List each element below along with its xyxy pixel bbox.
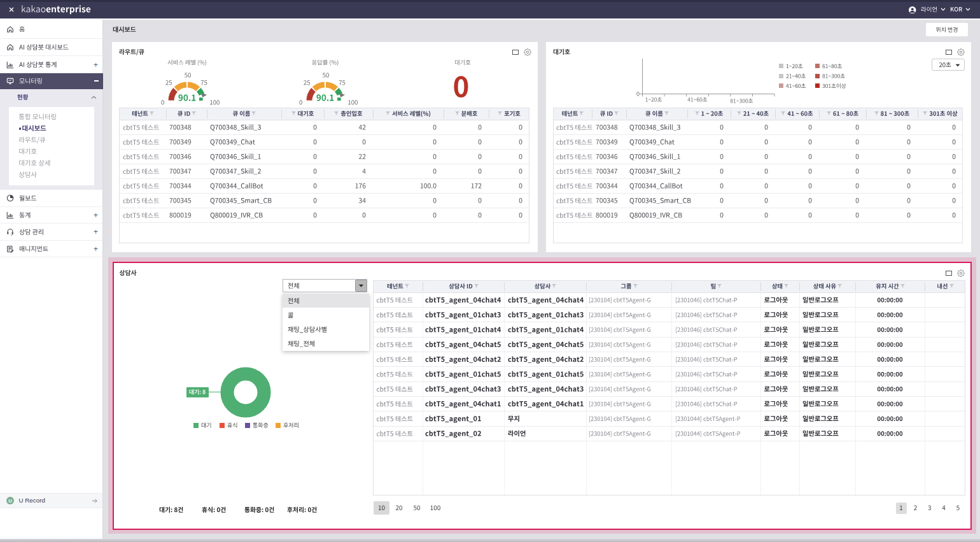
svg-text:U: U — [8, 498, 11, 504]
